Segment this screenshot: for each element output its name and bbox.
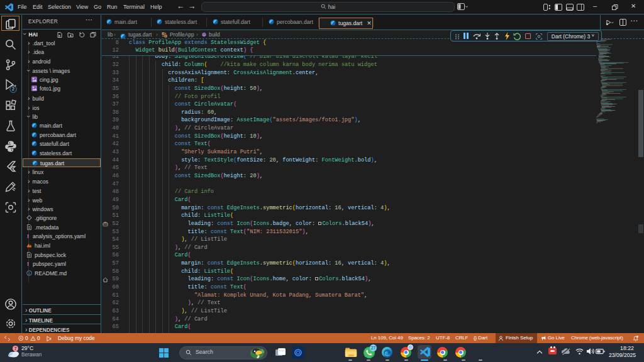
svg-text:i: i [29, 271, 30, 275]
svg-text:2: 2 [12, 87, 14, 91]
